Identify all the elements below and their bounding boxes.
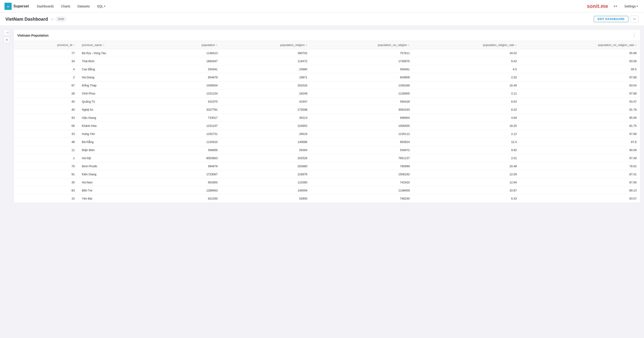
logo-area[interactable]: ∞ Superset	[4, 3, 29, 10]
cell-population_no_religion_rate: 97.88	[520, 130, 640, 138]
draft-badge: Draft	[56, 17, 66, 21]
cell-population_no_religion: 993624	[311, 138, 414, 146]
cell-population_religion: 26619	[221, 130, 311, 138]
cell-population_religion: 41947	[221, 98, 311, 106]
cell-population_no_religion: 790999	[311, 162, 414, 170]
edit-dashboard-button[interactable]: EDIT DASHBOARD	[594, 16, 628, 22]
cell-population_religion: 390702	[221, 49, 311, 57]
cell-population_religion_rate: 12.94	[413, 178, 520, 186]
col-province-id[interactable]: province_id ⇅	[14, 41, 78, 49]
logo-text: Superset	[14, 4, 29, 8]
table-row: 48Đà Nẵng113431014068699362412.487.6	[14, 138, 640, 146]
table-row: 1Hà Nội805366320252678511372.5197.49	[14, 154, 640, 162]
cell-population_religion: 36213	[221, 114, 311, 122]
table-row: 56Khánh Hòa1231107224652100645518.2581.7…	[14, 122, 640, 130]
cell-population_no_religion_rate: 81.75	[520, 122, 640, 130]
dashboard-header: VietNam Dashboard ☆ Draft EDIT DASHBOARD…	[0, 13, 644, 26]
cell-province_name: Cao Bằng	[78, 65, 160, 73]
nav-dashboards[interactable]: Dashboards	[33, 3, 58, 10]
cell-population_no_religion: 1336188	[311, 82, 414, 90]
table-row: 11Điện Biên598856593845394729.9290.08	[14, 146, 640, 154]
nav-datasets[interactable]: Datasets	[74, 3, 93, 10]
cell-population_religion_rate: 6.43	[413, 195, 520, 203]
cell-province_name: Khánh Hòa	[78, 122, 160, 130]
col-population[interactable]: population ⇅	[160, 41, 221, 49]
cell-population: 8053663	[160, 154, 221, 162]
nav-sql[interactable]: SQL ▾	[93, 3, 109, 10]
cell-province_name: Bà Rịa - Vũng Tàu	[78, 49, 160, 57]
table-panel: Vietnam Population ⋮ province_id ⇅ provi…	[14, 30, 640, 203]
sort-icon-province-name: ⇅	[103, 44, 104, 47]
expand-panel-button[interactable]: →|	[4, 30, 10, 36]
cell-population_religion: 119472	[221, 57, 311, 65]
cell-population_religion: 216875	[221, 170, 311, 178]
cell-province_name: Đồng Tháp	[78, 82, 160, 90]
cell-population: 632375	[160, 98, 221, 106]
nav-charts[interactable]: Charts	[58, 3, 74, 10]
nav-items: Dashboards Charts Datasets SQL ▾	[33, 3, 109, 10]
cell-population_no_religion_rate: 97.68	[520, 73, 640, 82]
cell-population: 530341	[160, 65, 221, 73]
table-row: 87Đồng Tháp1599504263316133618816.4683.5…	[14, 82, 640, 90]
sql-dropdown-icon: ▾	[104, 5, 105, 8]
table-row: 70Bình Phước99467920368079099920.4879.52	[14, 162, 640, 170]
plus-icon: +	[614, 4, 616, 8]
cell-population_religion: 202526	[221, 154, 311, 162]
cell-population_no_religion_rate: 97.89	[520, 90, 640, 98]
cell-population_religion_rate: 16.46	[413, 82, 520, 90]
settings-button[interactable]: Settings ▾	[622, 4, 640, 9]
cell-province_name: Hà Nội	[78, 154, 160, 162]
cell-population: 1151154	[160, 90, 221, 98]
filter-panel-button[interactable]: ≡	[4, 37, 10, 43]
table-panel-menu-icon[interactable]: ⋮	[632, 33, 636, 38]
superset-logo-icon: ∞	[4, 3, 12, 10]
col-population-no-religion[interactable]: population_no_religion ⇅	[311, 41, 414, 49]
cell-population_no_religion: 539472	[311, 146, 414, 154]
cell-population: 1252731	[160, 130, 221, 138]
table-row: 77Bà Rịa - Vũng Tàu114831339070275761134…	[14, 49, 640, 57]
col-population-religion[interactable]: population_religion ⇅	[221, 41, 311, 49]
cell-population: 854679	[160, 73, 221, 82]
col-population-no-religion-rate[interactable]: population_no_religion_rate ⇅	[520, 41, 640, 49]
table-row: 15Yên Bái821030528007682306.4393.57	[14, 195, 640, 203]
cell-population_no_religion: 1126905	[311, 90, 414, 98]
plus-button[interactable]: + ▾	[612, 3, 619, 9]
cell-population_religion_rate: 6.63	[413, 98, 520, 106]
more-options-button[interactable]: ···	[630, 16, 638, 23]
top-nav: ∞ Superset Dashboards Charts Datasets SQ…	[0, 0, 644, 13]
cell-population_no_religion: 696804	[311, 114, 414, 122]
cell-province_name: Hậu Giang	[78, 114, 160, 122]
table-row: 93Hậu Giang733017362136968044.9495.06	[14, 114, 640, 122]
table-row: 40Nghệ An332779127359830541938.2291.78	[14, 106, 640, 114]
cell-population_religion_rate: 6.42	[413, 57, 520, 65]
cell-population: 1134310	[160, 138, 221, 146]
cell-province_id: 34	[14, 57, 78, 65]
cell-province_id: 35	[14, 178, 78, 186]
cell-province_id: 93	[14, 114, 78, 122]
cell-province_id: 2	[14, 73, 78, 82]
cell-population_no_religion: 506461	[311, 65, 414, 73]
cell-population_no_religion: 1006455	[311, 122, 414, 130]
table-panel-title: Vietnam Population	[17, 34, 49, 37]
cell-province_id: 56	[14, 122, 78, 130]
cell-population_no_religion_rate: 91.78	[520, 106, 640, 114]
table-row: 34Thái Bình186044711947217409756.4293.58	[14, 57, 640, 65]
data-table: province_id ⇅ province_name ⇅ population…	[14, 41, 640, 203]
cell-population_no_religion: 768230	[311, 195, 414, 203]
cell-population_religion_rate: 9.92	[413, 146, 520, 154]
cell-population_religion_rate: 10.87	[413, 186, 520, 195]
cell-population_no_religion_rate: 83.54	[520, 82, 640, 90]
col-population-religion-rate[interactable]: population_religion_rate ⇅	[413, 41, 520, 49]
cell-population_religion: 203680	[221, 162, 311, 170]
cell-province_id: 48	[14, 138, 78, 146]
cell-province_name: Hà Giang	[78, 73, 160, 82]
col-province-name[interactable]: province_name ⇅	[78, 41, 160, 49]
cell-population_religion: 140686	[221, 138, 311, 146]
cell-population_religion_rate: 4.94	[413, 114, 520, 122]
table-row: 4Cao Bằng530341238805064614.595.5	[14, 65, 640, 73]
star-icon[interactable]: ☆	[51, 17, 54, 21]
cell-province_name: Kiên Giang	[78, 170, 160, 178]
dashboard-actions: EDIT DASHBOARD ···	[594, 16, 638, 23]
sort-icon-province-id: ⇅	[73, 44, 75, 47]
cell-province_id: 26	[14, 90, 78, 98]
